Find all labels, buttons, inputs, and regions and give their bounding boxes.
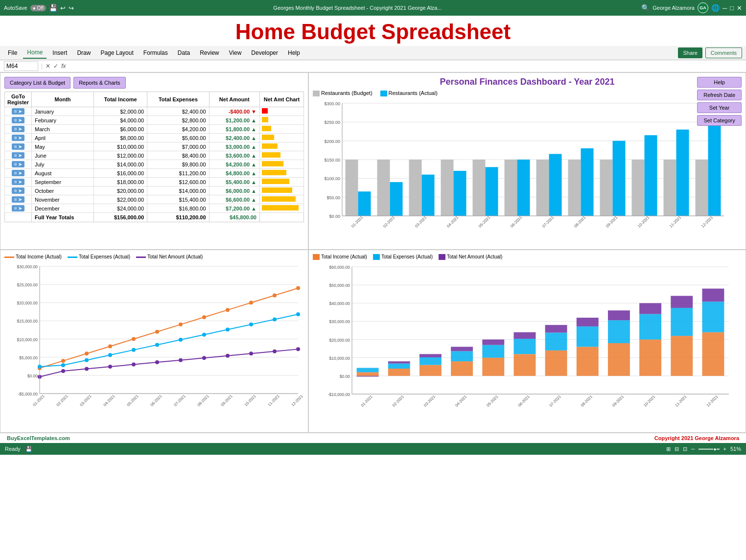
cancel-formula-icon[interactable]: ✕ [46,63,50,70]
svg-rect-36 [581,148,594,216]
refresh-date-button[interactable]: Refresh Date [697,90,742,100]
cell-reference[interactable] [4,61,38,71]
svg-text:$100.00: $100.00 [324,176,340,181]
user-name: George Alzamora [653,5,695,11]
svg-text:05-2021: 05-2021 [126,394,140,407]
insert-function-icon[interactable]: fx [61,63,66,70]
svg-rect-144 [420,354,442,358]
svg-rect-172 [639,303,661,314]
svg-text:$0.00: $0.00 [27,373,38,378]
tab-review[interactable]: Review [196,47,223,58]
svg-rect-178 [702,332,724,376]
close-icon[interactable]: ✕ [737,4,742,12]
reports-charts-button[interactable]: Reports & Charts [73,77,125,89]
table-row: ≡➤ July $14,000.00 $9,800.00 $4,200.00 ▲ [5,160,304,169]
goto-btn-april[interactable]: ≡➤ [12,135,24,141]
svg-text:10-2021: 10-2021 [637,215,651,229]
svg-text:-$10,000.00: -$10,000.00 [328,392,350,397]
goto-btn-october[interactable]: ≡➤ [12,187,24,194]
svg-rect-38 [600,160,613,216]
share-button[interactable]: Share [678,47,702,58]
confirm-formula-icon[interactable]: ✓ [53,63,58,70]
svg-text:$50,000.00: $50,000.00 [329,283,350,288]
svg-rect-150 [482,358,504,376]
bottom-right-panel: Total Income (Actual) Total Expenses (Ac… [308,250,746,433]
tab-file[interactable]: File [4,47,21,58]
svg-point-95 [108,365,112,369]
formula-input[interactable] [69,63,742,70]
svg-rect-23 [441,160,454,216]
zoom-out-icon[interactable]: ─ [691,446,695,452]
tab-home[interactable]: Home [23,47,47,59]
goto-btn-january[interactable]: ≡➤ [12,108,24,115]
svg-text:$20,000.00: $20,000.00 [17,301,38,305]
tab-formulas[interactable]: Formulas [140,47,172,58]
goto-btn-august[interactable]: ≡➤ [12,170,24,176]
goto-btn-march[interactable]: ≡➤ [12,126,24,132]
search-icon[interactable]: 🔍 [641,4,650,12]
category-list-button[interactable]: Category List & Budget [4,77,70,89]
goto-btn-november[interactable]: ≡➤ [12,196,24,203]
grid-view-icon[interactable]: ⊞ [666,446,671,452]
undo-icon[interactable]: ↩ [60,4,66,12]
svg-rect-147 [451,351,473,362]
svg-rect-39 [613,141,626,216]
right-top-panel: Personal Finances Dashboard - Year 2021 … [308,72,746,250]
formula-sep: | [41,63,43,70]
zoom-slider[interactable]: ━━━━━●━ [699,446,719,452]
formula-bar: | ✕ ✓ fx [0,60,746,72]
tab-view[interactable]: View [225,47,246,58]
table-row: ≡➤ September $18,000.00 $12,600.00 $5,40… [5,178,304,187]
goto-btn-february[interactable]: ≡➤ [12,117,24,123]
svg-rect-138 [388,369,410,376]
set-year-button[interactable]: Set Year [697,102,742,113]
help-button[interactable]: Help [697,77,742,88]
page-break-view-icon[interactable]: ⊟ [675,446,679,452]
svg-text:12-2021: 12-2021 [291,394,303,407]
table-row: ≡➤ August $16,000.00 $11,200.00 $4,800.0… [5,169,304,178]
svg-point-77 [249,301,253,304]
svg-text:$150.00: $150.00 [324,158,340,163]
goto-btn-december[interactable]: ≡➤ [12,205,24,211]
svg-rect-14 [346,160,358,216]
table-row: ≡➤ April $8,000.00 $5,600.00 $2,400.00 ▲ [5,134,304,142]
tab-help[interactable]: Help [284,47,304,58]
tab-data[interactable]: Data [174,47,194,58]
svg-text:05-2021: 05-2021 [486,395,499,408]
zoom-in-icon[interactable]: + [723,446,726,452]
set-category-button[interactable]: Set Category [697,115,742,126]
svg-point-83 [108,353,112,357]
save-icon[interactable]: 💾 [49,4,57,12]
file-title: Georges Monthly Budget Spreadsheet - Cop… [77,5,639,11]
tab-draw[interactable]: Draw [73,47,94,58]
goto-btn-may[interactable]: ≡➤ [12,143,24,150]
tab-developer[interactable]: Developer [247,47,282,58]
tab-insert[interactable]: Insert [48,47,71,58]
goto-btn-september[interactable]: ≡➤ [12,179,24,185]
globe-icon[interactable]: 🌐 [711,4,720,12]
comments-button[interactable]: Comments [705,47,742,58]
svg-point-98 [179,358,183,362]
autosave-toggle[interactable]: ● Off [30,5,46,11]
col-income: Total Income [94,92,147,107]
svg-rect-170 [639,340,661,376]
svg-point-99 [202,356,206,360]
svg-text:03-2021: 03-2021 [414,215,428,229]
goto-btn-june[interactable]: ≡➤ [12,152,24,159]
svg-text:$40,000.00: $40,000.00 [329,302,350,306]
svg-text:02-2021: 02-2021 [382,215,396,229]
svg-text:$5,000.00: $5,000.00 [19,355,38,360]
minimize-icon[interactable]: ─ [723,4,727,12]
svg-point-103 [296,347,300,351]
restore-icon[interactable]: □ [730,4,734,12]
redo-icon[interactable]: ↪ [69,4,74,12]
status-bar: Ready 💾 ⊞ ⊟ ⊡ ─ ━━━━━●━ + 51% [0,443,746,455]
page-layout-view-icon[interactable]: ⊡ [683,446,687,452]
goto-btn-july[interactable]: ≡➤ [12,161,24,167]
svg-text:06-2021: 06-2021 [510,215,523,229]
svg-point-91 [296,312,300,316]
svg-rect-44 [664,160,676,216]
table-row: ≡➤ January $2,000.00 $2,400.00 -$400.00 … [5,107,304,116]
tab-page-layout[interactable]: Page Layout [96,47,137,58]
svg-text:12-2021: 12-2021 [706,395,720,408]
